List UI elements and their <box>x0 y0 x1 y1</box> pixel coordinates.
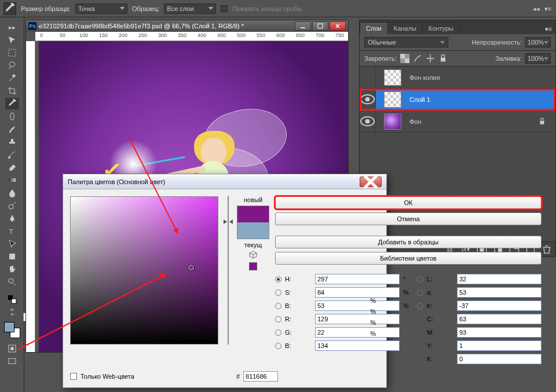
screenmode-icon[interactable] <box>5 356 19 367</box>
tab-paths[interactable]: Контуры <box>422 22 460 34</box>
visibility-toggle[interactable] <box>360 67 376 88</box>
input-bv[interactable] <box>315 301 400 311</box>
quickmask-icon[interactable] <box>5 343 19 354</box>
input-bch[interactable] <box>315 340 400 351</box>
minimize-button[interactable] <box>295 21 311 31</box>
layer-row[interactable]: Фон <box>360 111 555 133</box>
collapse-toolbox-icon[interactable]: ▸▸ <box>5 21 19 33</box>
hue-slider[interactable] <box>228 196 229 345</box>
stamp-tool-icon[interactable] <box>5 136 19 148</box>
sv-marker[interactable] <box>188 265 194 270</box>
type-tool-icon[interactable]: T <box>5 225 19 237</box>
lock-row: Закрепить: Заливка: 100% <box>360 51 555 66</box>
path-select-tool-icon[interactable] <box>5 238 19 250</box>
trash-icon[interactable] <box>542 244 552 255</box>
layer-row[interactable]: Фон копия <box>360 67 555 89</box>
color-swatches[interactable] <box>4 322 20 338</box>
new-color-swatch[interactable] <box>237 206 269 222</box>
gradient-tool-icon[interactable] <box>5 174 19 186</box>
panel-menu-icon[interactable]: ▾≡ <box>542 4 554 14</box>
opacity-input[interactable]: 100% <box>525 37 551 47</box>
ok-button[interactable]: ОК <box>275 196 542 209</box>
collapse-left-icon[interactable]: ◂◂ <box>531 4 542 14</box>
radio-r[interactable] <box>275 316 281 323</box>
magic-wand-tool-icon[interactable] <box>5 72 19 84</box>
brush-tool-icon[interactable] <box>5 123 19 135</box>
radio-s[interactable] <box>275 290 281 296</box>
input-s[interactable] <box>315 287 400 298</box>
layer-thumbnail[interactable] <box>384 91 401 108</box>
eyedropper-tool-icon[interactable] <box>3 2 16 15</box>
eyedropper-tool-icon[interactable] <box>5 98 19 109</box>
layer-row[interactable]: Слой 1 <box>360 89 555 111</box>
input-c[interactable] <box>457 314 542 324</box>
radio-g[interactable] <box>275 329 281 336</box>
lock-icon <box>538 118 546 126</box>
layer-thumbnail[interactable] <box>384 113 401 130</box>
input-h[interactable] <box>315 274 400 284</box>
lock-position-icon[interactable] <box>426 54 435 63</box>
healing-brush-tool-icon[interactable] <box>5 111 19 122</box>
hex-input[interactable] <box>243 371 278 382</box>
default-colors-icon[interactable] <box>5 294 19 305</box>
show-ring-label: Показать кольцо пробы <box>232 5 302 12</box>
dialog-close-button[interactable] <box>360 177 382 187</box>
input-y[interactable] <box>457 340 542 351</box>
tab-channels[interactable]: Каналы <box>387 22 423 34</box>
hand-tool-icon[interactable] <box>5 263 19 275</box>
cancel-button[interactable]: Отмена <box>275 213 542 225</box>
lock-transparency-icon[interactable] <box>400 54 409 63</box>
zoom-tool-icon[interactable] <box>5 276 19 288</box>
fill-input[interactable]: 100% <box>525 53 551 64</box>
color-libraries-button[interactable]: Библиотеки цветов <box>275 252 542 265</box>
gamut-warning-icon[interactable] <box>249 251 257 259</box>
dialog-titlebar[interactable]: Палитра цветов (Основной цвет) <box>63 174 386 189</box>
radio-h[interactable] <box>275 276 281 283</box>
swap-colors-icon[interactable] <box>5 306 19 318</box>
sample-size-select[interactable]: Точка <box>75 3 127 14</box>
saturation-value-field[interactable] <box>70 196 218 345</box>
document-titlebar[interactable]: Ps e3210291db7caae998bd548e5b91e7f3.psd … <box>26 20 348 32</box>
crop-tool-icon[interactable] <box>5 85 19 97</box>
svg-rect-16 <box>400 54 405 58</box>
radio-a[interactable] <box>417 290 423 296</box>
marquee-tool-icon[interactable] <box>5 47 19 58</box>
input-r[interactable] <box>315 314 400 324</box>
blend-mode-select[interactable]: Обычные <box>364 37 448 47</box>
input-g[interactable] <box>315 327 400 338</box>
input-m[interactable] <box>457 327 542 338</box>
current-color-swatch[interactable] <box>237 222 269 239</box>
input-b[interactable] <box>457 301 542 311</box>
close-button[interactable] <box>330 21 346 31</box>
move-tool-icon[interactable] <box>5 34 19 46</box>
radio-bv[interactable] <box>275 303 281 309</box>
visibility-toggle[interactable] <box>360 89 376 110</box>
radio-b[interactable] <box>417 303 423 309</box>
blur-tool-icon[interactable] <box>5 187 19 199</box>
dodge-tool-icon[interactable] <box>5 200 19 211</box>
input-l[interactable] <box>457 274 542 284</box>
fg-color-swatch[interactable] <box>4 322 14 332</box>
lock-all-icon[interactable] <box>438 54 448 63</box>
panel-tabs: Слои Каналы Контуры ▾≡ <box>360 20 555 34</box>
websafe-swatch[interactable] <box>249 262 257 270</box>
sample-select[interactable]: Все слои <box>164 3 216 14</box>
show-ring-checkbox[interactable] <box>221 5 228 12</box>
eraser-tool-icon[interactable] <box>5 162 19 173</box>
maximize-button[interactable] <box>312 21 328 31</box>
visibility-toggle[interactable] <box>360 111 376 132</box>
layer-thumbnail[interactable] <box>384 69 401 86</box>
add-to-swatches-button[interactable]: Добавить в образцы <box>275 236 542 248</box>
input-a[interactable] <box>457 287 542 298</box>
radio-l[interactable] <box>417 276 423 283</box>
panel-menu-icon[interactable]: ▾≡ <box>542 24 555 34</box>
lasso-tool-icon[interactable] <box>5 60 19 71</box>
pen-tool-icon[interactable] <box>5 213 19 224</box>
shape-tool-icon[interactable] <box>5 251 19 262</box>
input-k[interactable] <box>457 354 542 364</box>
lock-pixels-icon[interactable] <box>413 54 422 63</box>
history-brush-tool-icon[interactable] <box>5 149 19 160</box>
tab-layers[interactable]: Слои <box>360 22 388 34</box>
radio-bch[interactable] <box>275 343 281 349</box>
web-only-checkbox[interactable] <box>70 373 77 380</box>
